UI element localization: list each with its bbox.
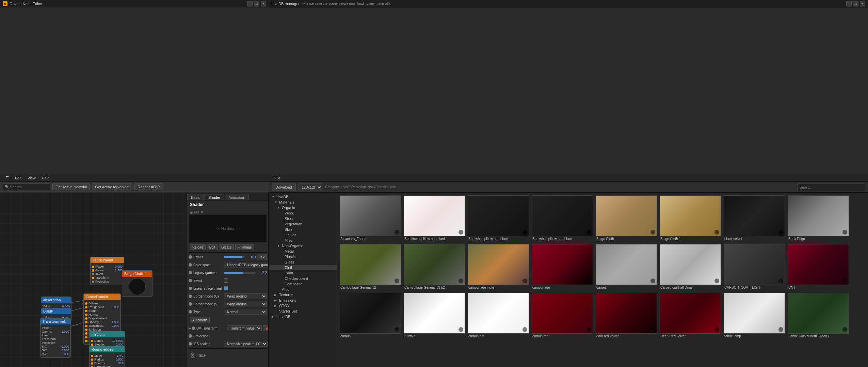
livedb-download-button[interactable]: Download <box>272 184 296 191</box>
tree-plastic[interactable]: Plastic <box>269 254 337 259</box>
mat-card-bedwhite1[interactable]: ↓ Bed white pillow and blank <box>468 195 529 241</box>
maximize-button[interactable]: □ <box>254 1 259 6</box>
tree-paint[interactable]: Paint <box>269 270 337 276</box>
medium-close[interactable]: × <box>121 333 123 336</box>
mat-card-camouflagei[interactable]: ↓ camouflage indie <box>468 244 529 290</box>
tree-cloth[interactable]: Cloth <box>269 265 337 270</box>
tab-shader[interactable]: Shader <box>205 194 224 201</box>
mat-card-blackvelvet[interactable]: ↓ black velvet <box>724 195 785 241</box>
color-space-select[interactable]: Linear sRGB = legacy gamma <box>224 262 268 268</box>
livedb-close-btn[interactable]: × <box>860 1 865 6</box>
fabric-plain-0-close[interactable]: × <box>120 258 122 262</box>
tree-emissions[interactable]: ▶ Emissions <box>269 298 337 303</box>
mat-card-camouflage2[interactable]: ↓ Camouflage Generic v2 <box>340 244 401 290</box>
mat-card-carpetk[interactable]: ↓ Carpet Kasthall Doris <box>660 244 721 290</box>
fabric-plain-00-close[interactable]: × <box>117 295 118 299</box>
tree-starter-set[interactable]: Starter Set <box>269 308 337 314</box>
type-select[interactable]: Normal <box>224 309 267 315</box>
uv-transform-expand[interactable]: ▶ <box>189 326 191 330</box>
round-edges-close[interactable]: × <box>121 348 123 351</box>
livedb-maximize-btn[interactable]: □ <box>853 1 858 6</box>
tree-stone[interactable]: Stone <box>269 216 337 221</box>
mat-card-beigecloth[interactable]: ↓ Beige Cloth <box>596 195 657 241</box>
round-edges-node[interactable]: Round edges × Mode1740 Radius0.000 Round… <box>89 346 125 367</box>
livedb-size-select[interactable]: 128x128 256x256 512x512 <box>299 184 322 191</box>
automatic-button[interactable]: Automatic <box>190 317 210 323</box>
get-active-material-button[interactable]: Get Active material <box>52 184 90 190</box>
mat-card-bedflower[interactable]: ↓ Bed flower pillow and blank <box>404 195 465 241</box>
mat-card-curtainred[interactable]: ↓ curtain red <box>532 293 593 339</box>
camouflage3-name: Camouflage Generic v3 b2 <box>404 285 465 290</box>
menu-edit[interactable]: Edit <box>12 175 24 181</box>
ies-scaling-select[interactable]: Normalize peak to 1.0 <box>224 341 268 347</box>
livedb-file-menu[interactable]: File <box>272 175 283 181</box>
invert-checkbox[interactable] <box>224 278 228 283</box>
beige-cloth-1-close[interactable]: × <box>148 272 150 275</box>
tree-otoy[interactable]: ▶ OTOY <box>269 303 337 308</box>
power-tex-button[interactable]: Tex <box>257 254 267 260</box>
border-mode-u-select[interactable]: Wrap around <box>224 293 267 299</box>
mat-card-curtain2[interactable]: ↓ Curtain <box>404 293 465 339</box>
menu-hamburger[interactable]: ☰ <box>3 175 12 181</box>
menu-view[interactable]: View <box>25 175 38 181</box>
livedb-minimize-btn[interactable]: − <box>846 1 852 6</box>
tree-misc[interactable]: Misc <box>269 238 337 243</box>
legacy-gamma-slider[interactable] <box>224 272 256 274</box>
minimize-button[interactable]: − <box>247 1 253 6</box>
tree-checkerboard[interactable]: Checkerboard <box>269 276 337 281</box>
tree-livedb[interactable]: ▼ LiveDB <box>269 194 337 200</box>
tab-animation[interactable]: Animation <box>225 194 249 201</box>
tree-materials[interactable]: ▼ Materials <box>269 200 337 205</box>
tab-basic[interactable]: Basic <box>187 194 204 201</box>
border-mode-v-label: Border mode (V) <box>193 302 224 306</box>
mat-card-beigecloth1[interactable]: ↓ Beige Cloth 1 <box>660 195 721 241</box>
shader-file-button[interactable]: ◉ File ▼ <box>190 210 204 214</box>
tree-liquids[interactable]: Liquids <box>269 232 337 238</box>
mat-card-carsoncoat[interactable]: ↓ CARSON_COAT_LIGHT <box>724 244 785 290</box>
power-slider[interactable] <box>224 256 244 258</box>
tree-glass[interactable]: Glass <box>269 259 337 265</box>
get-active-tag-button[interactable]: Get Active tag/object <box>92 184 132 190</box>
mat-card-cnt[interactable]: ↓ CNT <box>788 244 849 290</box>
reload-button[interactable]: Reload <box>190 244 206 250</box>
menu-help[interactable]: Help <box>39 175 52 181</box>
tree-localdb[interactable]: ▶ LocalDB <box>269 314 337 319</box>
render-aovs-button[interactable]: Render AOVs <box>134 184 163 190</box>
tree-vegetation[interactable]: Vegetation <box>269 221 337 227</box>
uv-transform-pin-button[interactable]: 📌 <box>263 325 268 331</box>
curtain-name: curtain <box>340 334 401 339</box>
mat-card-fabriclamp[interactable]: ↓ fabric lamp <box>724 293 785 339</box>
beige-cloth-1-node[interactable]: Beige Cloth 1 × <box>122 270 152 297</box>
tree-composite[interactable]: Composite <box>269 281 337 287</box>
border-mode-v-select[interactable]: Wrap around <box>224 301 267 307</box>
livedb-search-input[interactable] <box>797 184 865 191</box>
mat-card-camouflage3[interactable]: ↓ Camouflage Generic v3 b2 <box>404 244 465 290</box>
tree-wood[interactable]: Wood <box>269 210 337 216</box>
locate-button[interactable]: Locate <box>219 244 234 250</box>
fit-image-button[interactable]: Fit Image <box>235 244 254 250</box>
edit-button[interactable]: Edit <box>207 244 218 250</box>
mat-card-curtain[interactable]: ↓ curtain <box>340 293 401 339</box>
tree-textures[interactable]: ▶ Textures <box>269 292 337 298</box>
help-icon[interactable]: ⛓ <box>190 352 196 359</box>
mat-card-alcantara[interactable]: ↓ Alcantara_Fabric <box>340 195 401 241</box>
mat-card-deepred[interactable]: ↓ Deep Red velvet <box>660 293 721 339</box>
uv-transform-select[interactable]: Transform value <box>227 325 262 331</box>
fabric-plain-0-node[interactable]: FabricPlain0 × Power0.900 Gamm.2.200 Inv… <box>90 257 124 285</box>
tree-organic[interactable]: ▼ Organic <box>269 205 337 210</box>
mat-card-fabricsofa[interactable]: ↓ Fabric Sofa Minotti Green ( <box>788 293 849 339</box>
tree-attic[interactable]: Attic <box>269 287 337 292</box>
mat-card-curtainnet[interactable]: ↓ curtain net <box>468 293 529 339</box>
linear-space-invert-checkbox[interactable] <box>224 286 228 290</box>
mat-card-bookedge[interactable]: ↓ Book Edge <box>788 195 849 241</box>
mat-card-bedwhite2[interactable]: ↓ Bed white pillow and blank <box>532 195 593 241</box>
tree-skin[interactable]: Skin <box>269 227 337 232</box>
search-input[interactable] <box>3 184 50 190</box>
mat-card-carpet[interactable]: ↓ carpet <box>596 244 657 290</box>
close-button[interactable]: × <box>261 1 266 6</box>
tree-non-organic[interactable]: ▼ Non-Organic <box>269 243 337 249</box>
tree-metal[interactable]: Metal <box>269 249 337 254</box>
mat-card-darkred[interactable]: ↓ dark red velvet <box>596 293 657 339</box>
mat-card-camouflagep[interactable]: ↓ camouflage <box>532 244 593 290</box>
transform-val-node[interactable]: Transform val. Power Gamm.1.000 Invert T… <box>40 318 71 358</box>
